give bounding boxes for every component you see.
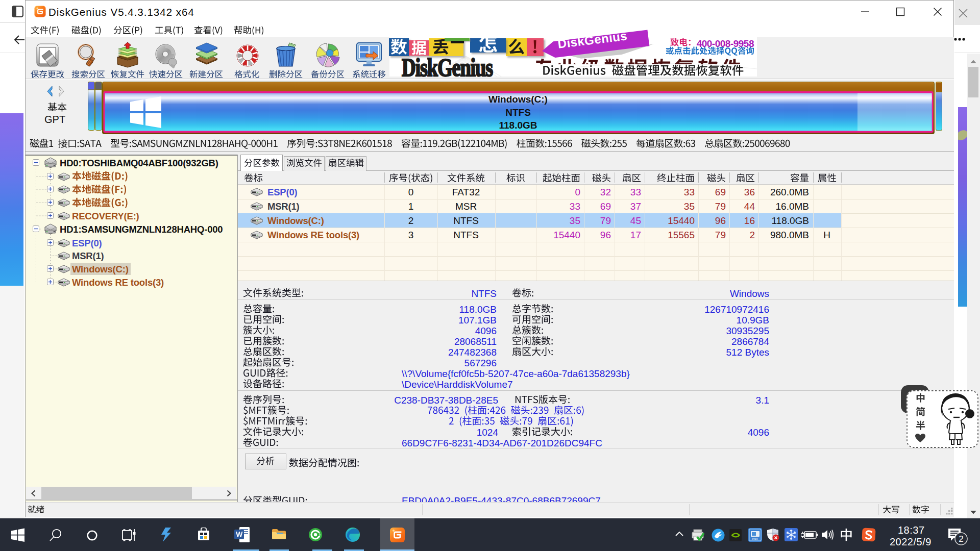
- svg-text:intel: intel: [752, 537, 757, 540]
- svg-text:2: 2: [959, 534, 963, 544]
